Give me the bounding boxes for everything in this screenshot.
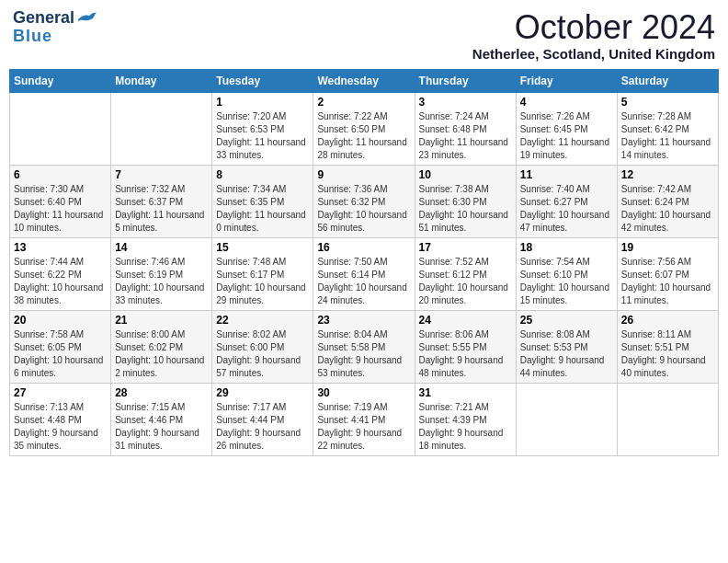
calendar-cell: 13Sunrise: 7:44 AMSunset: 6:22 PMDayligh… xyxy=(10,237,111,310)
logo-general: General xyxy=(13,9,74,28)
calendar-cell: 22Sunrise: 8:02 AMSunset: 6:00 PMDayligh… xyxy=(212,310,313,383)
day-number: 21 xyxy=(115,314,208,327)
day-number: 2 xyxy=(317,96,410,109)
calendar-cell: 9Sunrise: 7:36 AMSunset: 6:32 PMDaylight… xyxy=(313,165,415,237)
day-number: 5 xyxy=(621,96,714,109)
calendar-cell: 25Sunrise: 8:08 AMSunset: 5:53 PMDayligh… xyxy=(516,310,617,383)
day-number: 18 xyxy=(520,241,613,254)
location-title: Netherlee, Scotland, United Kingdom xyxy=(472,46,715,62)
day-number: 3 xyxy=(419,96,512,109)
day-info: Sunrise: 8:06 AMSunset: 5:55 PMDaylight:… xyxy=(419,328,512,380)
day-number: 29 xyxy=(216,386,309,399)
weekday-header: Sunday xyxy=(10,69,111,92)
day-info: Sunrise: 7:21 AMSunset: 4:39 PMDaylight:… xyxy=(419,401,512,453)
day-info: Sunrise: 7:13 AMSunset: 4:48 PMDaylight:… xyxy=(14,401,107,453)
logo-blue: Blue xyxy=(13,28,52,46)
calendar-cell: 16Sunrise: 7:50 AMSunset: 6:14 PMDayligh… xyxy=(313,237,415,310)
calendar-week-row: 20Sunrise: 7:58 AMSunset: 6:05 PMDayligh… xyxy=(10,310,719,383)
calendar-cell: 15Sunrise: 7:48 AMSunset: 6:17 PMDayligh… xyxy=(212,237,313,310)
calendar-cell: 29Sunrise: 7:17 AMSunset: 4:44 PMDayligh… xyxy=(212,383,313,455)
day-info: Sunrise: 7:19 AMSunset: 4:41 PMDaylight:… xyxy=(317,401,410,453)
day-info: Sunrise: 7:20 AMSunset: 6:53 PMDaylight:… xyxy=(216,110,309,162)
day-info: Sunrise: 8:11 AMSunset: 5:51 PMDaylight:… xyxy=(621,328,714,380)
weekday-header: Friday xyxy=(516,69,617,92)
calendar-cell: 26Sunrise: 8:11 AMSunset: 5:51 PMDayligh… xyxy=(617,310,718,383)
weekday-header: Saturday xyxy=(617,69,718,92)
day-number: 22 xyxy=(216,314,309,327)
calendar-week-row: 13Sunrise: 7:44 AMSunset: 6:22 PMDayligh… xyxy=(10,237,719,310)
calendar-cell: 24Sunrise: 8:06 AMSunset: 5:55 PMDayligh… xyxy=(415,310,516,383)
month-title: October 2024 xyxy=(472,9,715,46)
calendar-cell: 30Sunrise: 7:19 AMSunset: 4:41 PMDayligh… xyxy=(313,383,415,455)
day-info: Sunrise: 8:02 AMSunset: 6:00 PMDaylight:… xyxy=(216,328,309,380)
logo-bird-icon xyxy=(76,12,97,27)
day-number: 6 xyxy=(14,168,107,181)
calendar-cell xyxy=(111,92,212,165)
day-info: Sunrise: 7:54 AMSunset: 6:10 PMDaylight:… xyxy=(520,256,613,307)
day-number: 11 xyxy=(520,168,613,181)
weekday-header: Monday xyxy=(111,69,212,92)
day-number: 30 xyxy=(317,386,410,399)
day-info: Sunrise: 7:42 AMSunset: 6:24 PMDaylight:… xyxy=(621,183,714,235)
day-info: Sunrise: 8:04 AMSunset: 5:58 PMDaylight:… xyxy=(317,328,410,380)
page-header: General Blue October 2024 Netherlee, Sco… xyxy=(9,9,719,62)
day-number: 9 xyxy=(317,168,410,181)
day-number: 4 xyxy=(520,96,613,109)
day-info: Sunrise: 7:28 AMSunset: 6:42 PMDaylight:… xyxy=(621,110,714,162)
logo: General Blue xyxy=(13,9,97,46)
day-info: Sunrise: 7:26 AMSunset: 6:45 PMDaylight:… xyxy=(520,110,613,162)
day-number: 1 xyxy=(216,96,309,109)
day-number: 20 xyxy=(14,314,107,327)
day-number: 12 xyxy=(621,168,714,181)
day-info: Sunrise: 7:34 AMSunset: 6:35 PMDaylight:… xyxy=(216,183,309,235)
day-number: 8 xyxy=(216,168,309,181)
calendar-cell: 21Sunrise: 8:00 AMSunset: 6:02 PMDayligh… xyxy=(111,310,212,383)
calendar-week-row: 6Sunrise: 7:30 AMSunset: 6:40 PMDaylight… xyxy=(10,165,719,237)
day-number: 23 xyxy=(317,314,410,327)
day-info: Sunrise: 7:32 AMSunset: 6:37 PMDaylight:… xyxy=(115,183,208,235)
weekday-header: Wednesday xyxy=(313,69,415,92)
day-info: Sunrise: 7:44 AMSunset: 6:22 PMDaylight:… xyxy=(14,256,107,307)
day-number: 24 xyxy=(419,314,512,327)
day-info: Sunrise: 8:08 AMSunset: 5:53 PMDaylight:… xyxy=(520,328,613,380)
calendar-cell: 18Sunrise: 7:54 AMSunset: 6:10 PMDayligh… xyxy=(516,237,617,310)
day-info: Sunrise: 7:22 AMSunset: 6:50 PMDaylight:… xyxy=(317,110,410,162)
calendar-cell: 10Sunrise: 7:38 AMSunset: 6:30 PMDayligh… xyxy=(415,165,516,237)
day-info: Sunrise: 7:17 AMSunset: 4:44 PMDaylight:… xyxy=(216,401,309,453)
calendar-cell: 7Sunrise: 7:32 AMSunset: 6:37 PMDaylight… xyxy=(111,165,212,237)
day-info: Sunrise: 7:52 AMSunset: 6:12 PMDaylight:… xyxy=(419,256,512,307)
day-info: Sunrise: 7:30 AMSunset: 6:40 PMDaylight:… xyxy=(14,183,107,235)
calendar-week-row: 1Sunrise: 7:20 AMSunset: 6:53 PMDaylight… xyxy=(10,92,719,165)
day-number: 19 xyxy=(621,241,714,254)
day-number: 17 xyxy=(419,241,512,254)
calendar-table: SundayMondayTuesdayWednesdayThursdayFrid… xyxy=(9,69,719,456)
day-number: 14 xyxy=(115,241,208,254)
day-number: 25 xyxy=(520,314,613,327)
calendar-week-row: 27Sunrise: 7:13 AMSunset: 4:48 PMDayligh… xyxy=(10,383,719,455)
calendar-cell: 4Sunrise: 7:26 AMSunset: 6:45 PMDaylight… xyxy=(516,92,617,165)
day-number: 10 xyxy=(419,168,512,181)
title-block: October 2024 Netherlee, Scotland, United… xyxy=(472,9,715,62)
calendar-cell: 11Sunrise: 7:40 AMSunset: 6:27 PMDayligh… xyxy=(516,165,617,237)
day-info: Sunrise: 7:50 AMSunset: 6:14 PMDaylight:… xyxy=(317,256,410,307)
calendar-cell: 8Sunrise: 7:34 AMSunset: 6:35 PMDaylight… xyxy=(212,165,313,237)
calendar-cell: 12Sunrise: 7:42 AMSunset: 6:24 PMDayligh… xyxy=(617,165,718,237)
day-number: 31 xyxy=(419,386,512,399)
day-info: Sunrise: 7:38 AMSunset: 6:30 PMDaylight:… xyxy=(419,183,512,235)
day-number: 7 xyxy=(115,168,208,181)
day-info: Sunrise: 7:46 AMSunset: 6:19 PMDaylight:… xyxy=(115,256,208,307)
calendar-cell: 27Sunrise: 7:13 AMSunset: 4:48 PMDayligh… xyxy=(10,383,111,455)
day-info: Sunrise: 7:40 AMSunset: 6:27 PMDaylight:… xyxy=(520,183,613,235)
weekday-header: Thursday xyxy=(415,69,516,92)
calendar-cell: 3Sunrise: 7:24 AMSunset: 6:48 PMDaylight… xyxy=(415,92,516,165)
day-info: Sunrise: 7:36 AMSunset: 6:32 PMDaylight:… xyxy=(317,183,410,235)
calendar-cell: 31Sunrise: 7:21 AMSunset: 4:39 PMDayligh… xyxy=(415,383,516,455)
day-info: Sunrise: 8:00 AMSunset: 6:02 PMDaylight:… xyxy=(115,328,208,380)
day-info: Sunrise: 7:48 AMSunset: 6:17 PMDaylight:… xyxy=(216,256,309,307)
calendar-cell: 14Sunrise: 7:46 AMSunset: 6:19 PMDayligh… xyxy=(111,237,212,310)
day-info: Sunrise: 7:24 AMSunset: 6:48 PMDaylight:… xyxy=(419,110,512,162)
day-number: 27 xyxy=(14,386,107,399)
calendar-cell xyxy=(617,383,718,455)
weekday-header: Tuesday xyxy=(212,69,313,92)
day-number: 13 xyxy=(14,241,107,254)
